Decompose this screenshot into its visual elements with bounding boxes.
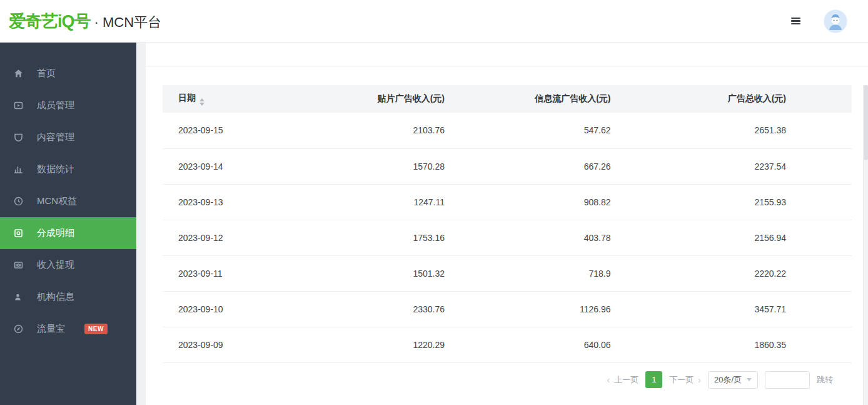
- scrollbar[interactable]: [863, 85, 868, 405]
- sidebar-item-label: 首页: [37, 68, 56, 79]
- value-cell: 718.9: [507, 255, 680, 291]
- next-arrow-icon: ›: [698, 375, 701, 385]
- value-cell: 1570.28: [335, 148, 508, 184]
- next-page-button[interactable]: 下一页 ›: [669, 374, 701, 386]
- table-row: 2023-09-152103.76547.622651.38: [163, 113, 852, 148]
- date-cell: 2023-09-10: [163, 291, 335, 327]
- sidebar-item-label: 成员管理: [37, 100, 74, 111]
- sidebar-item-mcn-rights[interactable]: MCN权益: [0, 185, 136, 217]
- jump-button[interactable]: 跳转: [817, 374, 833, 386]
- app-logo[interactable]: 爱奇艺iQ号 · MCN平台: [9, 10, 161, 33]
- sidebar-item-revenue-share[interactable]: 分成明细: [0, 217, 136, 249]
- page-size-value: 20条/页: [714, 374, 742, 386]
- value-cell: 3457.71: [680, 291, 852, 327]
- sidebar-item-org-info[interactable]: 机构信息: [0, 281, 136, 313]
- value-cell: 1126.96: [507, 291, 680, 327]
- value-cell: 1220.29: [335, 327, 508, 362]
- page-1-button[interactable]: 1: [645, 371, 662, 388]
- sidebar-item-label: 收入提现: [37, 259, 74, 271]
- value-cell: 1860.35: [680, 327, 852, 362]
- revenue-table: 日期 贴片广告收入(元) 信息流广告收入(元) 广告总收入(元) 2023-09…: [163, 85, 852, 363]
- clock-icon: [13, 196, 24, 207]
- table-row: 2023-09-141570.28667.262237.54: [163, 148, 852, 184]
- lower-layout: 首页 成员管理 内容管理 数据统计: [0, 43, 868, 405]
- chevron-down-icon: [747, 378, 752, 381]
- org-icon: [13, 292, 24, 302]
- sidebar-item-content[interactable]: 内容管理: [0, 121, 136, 153]
- table-row: 2023-09-091220.29640.061860.35: [163, 327, 852, 362]
- sidebar-item-home[interactable]: 首页: [0, 58, 136, 90]
- value-cell: 2237.54: [680, 148, 852, 184]
- date-cell: 2023-09-11: [163, 255, 335, 291]
- withdraw-icon: [13, 260, 24, 270]
- jump-page-input[interactable]: [765, 371, 810, 389]
- sidebar-item-members[interactable]: 成员管理: [0, 90, 136, 121]
- prev-arrow-icon: ‹: [607, 375, 610, 385]
- date-cell: 2023-09-14: [163, 148, 335, 184]
- value-cell: 640.06: [507, 327, 680, 362]
- app-logo-text: 爱奇艺iQ号: [9, 10, 91, 33]
- date-cell: 2023-09-15: [163, 113, 335, 148]
- scrollbar-thumb[interactable]: [864, 85, 868, 160]
- prev-page-label: 上一页: [614, 374, 638, 386]
- app-logo-suffix: · MCN平台: [94, 13, 162, 32]
- table-row: 2023-09-111501.32718.92220.22: [163, 255, 852, 291]
- table-row: 2023-09-121753.16403.782156.94: [163, 220, 852, 255]
- avatar-figure-icon: [824, 10, 847, 33]
- prev-page-button[interactable]: ‹ 上一页: [607, 374, 639, 386]
- sidebar-item-withdraw[interactable]: 收入提现: [0, 249, 136, 281]
- table-header-row: 日期 贴片广告收入(元) 信息流广告收入(元) 广告总收入(元): [163, 85, 852, 113]
- value-cell: 908.82: [507, 184, 680, 220]
- value-cell: 2330.76: [335, 291, 508, 327]
- value-cell: 547.62: [507, 113, 680, 148]
- sidebar-item-label: 机构信息: [37, 291, 74, 303]
- table-row: 2023-09-102330.761126.963457.71: [163, 291, 852, 327]
- topbar: 爱奇艺iQ号 · MCN平台: [0, 0, 868, 43]
- sidebar: 首页 成员管理 内容管理 数据统计: [0, 43, 136, 405]
- date-cell: 2023-09-12: [163, 220, 335, 255]
- value-cell: 2155.93: [680, 184, 852, 220]
- topbar-right: [791, 10, 855, 33]
- value-cell: 1753.16: [335, 220, 508, 255]
- sidebar-item-label: 分成明细: [37, 227, 74, 239]
- mcn-platform-screen: 爱奇艺iQ号 · MCN平台: [0, 0, 868, 405]
- column-header-label: 日期: [178, 93, 196, 103]
- revenue-table-body: 2023-09-152103.76547.622651.382023-09-14…: [163, 113, 852, 362]
- content-icon: [13, 132, 24, 143]
- value-cell: 2103.76: [335, 113, 508, 148]
- page-size-select[interactable]: 20条/页: [708, 371, 758, 389]
- value-cell: 2156.94: [680, 220, 852, 255]
- value-cell: 403.78: [507, 220, 680, 255]
- sidebar-item-label: 内容管理: [37, 131, 74, 143]
- column-header-feed-revenue: 信息流广告收入(元): [507, 85, 680, 113]
- sidebar-item-label: 流量宝: [37, 323, 65, 335]
- column-header-date[interactable]: 日期: [163, 85, 335, 113]
- sidebar-item-label: MCN权益: [37, 195, 77, 207]
- sidebar-item-label: 数据统计: [37, 163, 74, 175]
- value-cell: 667.26: [507, 148, 680, 184]
- sidebar-item-traffic[interactable]: 流量宝 NEW: [0, 313, 136, 345]
- revenue-card: 日期 贴片广告收入(元) 信息流广告收入(元) 广告总收入(元) 2023-09…: [163, 85, 852, 389]
- date-cell: 2023-09-09: [163, 327, 335, 362]
- user-avatar[interactable]: [824, 10, 847, 33]
- table-row: 2023-09-131247.11908.822155.93: [163, 184, 852, 220]
- date-cell: 2023-09-13: [163, 184, 335, 220]
- members-icon: [13, 100, 24, 111]
- sidebar-gutter: [136, 43, 146, 405]
- next-page-label: 下一页: [669, 374, 694, 386]
- sidebar-item-stats[interactable]: 数据统计: [0, 153, 136, 185]
- revenue-share-icon: [13, 228, 24, 238]
- stats-icon: [13, 164, 24, 175]
- home-icon: [13, 68, 24, 79]
- value-cell: 1247.11: [335, 184, 508, 220]
- content-divider: [146, 66, 868, 66]
- main-content: 日期 贴片广告收入(元) 信息流广告收入(元) 广告总收入(元) 2023-09…: [146, 43, 868, 405]
- new-badge: NEW: [84, 324, 108, 334]
- value-cell: 2651.38: [680, 113, 852, 148]
- sort-icon[interactable]: [199, 98, 204, 106]
- pagination: ‹ 上一页 1 下一页 › 20条/页 跳转: [163, 371, 833, 389]
- column-header-preroll-revenue: 贴片广告收入(元): [335, 85, 508, 113]
- column-header-total-revenue: 广告总收入(元): [680, 85, 852, 113]
- menu-icon[interactable]: [791, 15, 800, 28]
- traffic-icon: [13, 324, 24, 334]
